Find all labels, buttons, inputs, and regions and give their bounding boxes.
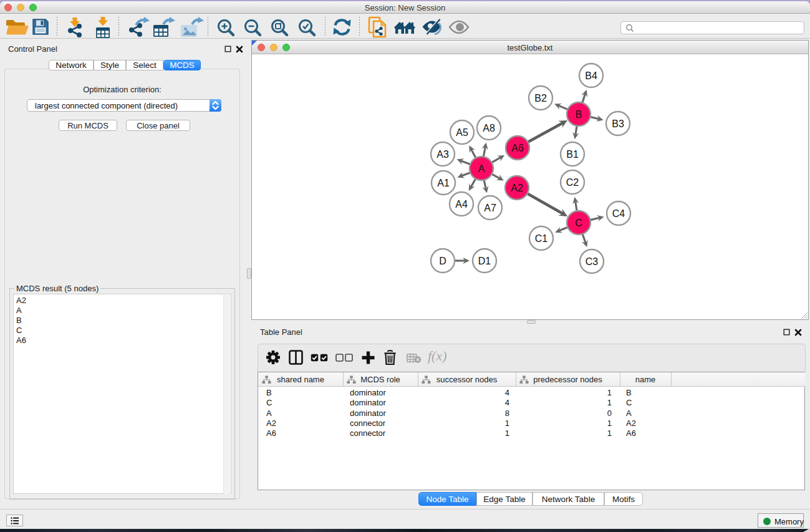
svg-text:B2: B2: [534, 93, 547, 104]
svg-text:A6: A6: [511, 143, 524, 153]
svg-text:D: D: [439, 256, 446, 266]
svg-text:C4: C4: [612, 208, 625, 219]
svg-text:D1: D1: [478, 256, 491, 266]
svg-text:C2: C2: [566, 177, 579, 188]
svg-text:B: B: [576, 109, 582, 120]
svg-text:A: A: [478, 163, 485, 174]
svg-text:A5: A5: [456, 127, 468, 138]
svg-text:C3: C3: [586, 256, 599, 267]
svg-text:B1: B1: [566, 149, 579, 160]
svg-text:A7: A7: [484, 203, 496, 213]
svg-text:C: C: [575, 218, 582, 228]
svg-text:B4: B4: [585, 70, 597, 81]
svg-text:A3: A3: [436, 149, 449, 160]
svg-text:A2: A2: [511, 183, 523, 193]
svg-text:A8: A8: [483, 123, 495, 133]
svg-text:A4: A4: [455, 199, 468, 210]
svg-text:A1: A1: [437, 178, 450, 188]
svg-text:B3: B3: [612, 118, 624, 129]
svg-text:C1: C1: [535, 233, 548, 244]
